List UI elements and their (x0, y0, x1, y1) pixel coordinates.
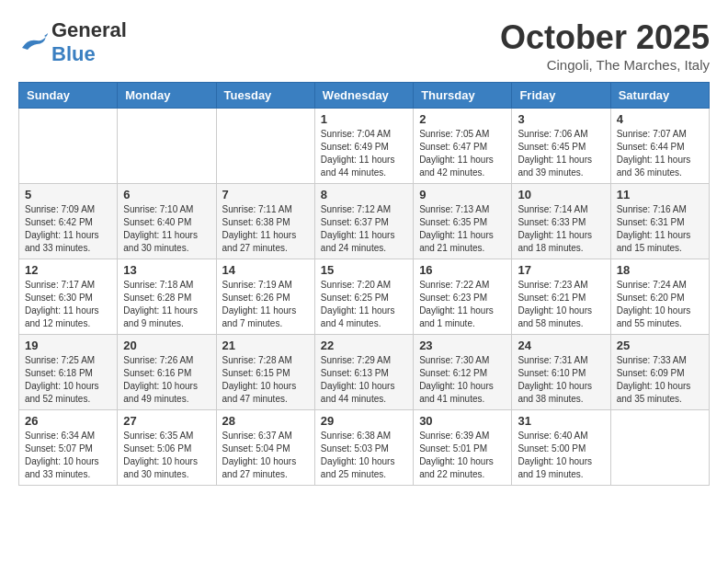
day-info: Sunrise: 7:06 AM Sunset: 6:45 PM Dayligh… (518, 128, 604, 179)
day-number: 17 (518, 263, 604, 277)
day-info: Sunrise: 6:34 AM Sunset: 5:07 PM Dayligh… (25, 430, 111, 481)
calendar-header-row: SundayMondayTuesdayWednesdayThursdayFrid… (19, 83, 710, 109)
calendar-cell: 30Sunrise: 6:39 AM Sunset: 5:01 PM Dayli… (414, 410, 512, 486)
day-number: 5 (25, 188, 111, 201)
month-title: October 2025 (500, 18, 710, 57)
calendar-cell: 27Sunrise: 6:35 AM Sunset: 5:06 PM Dayli… (118, 410, 216, 486)
day-info: Sunrise: 7:10 AM Sunset: 6:40 PM Dayligh… (123, 203, 210, 255)
day-number: 25 (617, 339, 703, 352)
calendar-cell: 31Sunrise: 6:40 AM Sunset: 5:00 PM Dayli… (512, 410, 610, 486)
day-info: Sunrise: 7:05 AM Sunset: 6:47 PM Dayligh… (419, 128, 506, 179)
calendar-cell: 24Sunrise: 7:31 AM Sunset: 6:10 PM Dayli… (512, 335, 610, 410)
logo: General Blue (18, 18, 127, 66)
calendar-cell: 1Sunrise: 7:04 AM Sunset: 6:49 PM Daylig… (314, 109, 413, 184)
day-number: 22 (321, 339, 407, 352)
day-info: Sunrise: 7:09 AM Sunset: 6:42 PM Dayligh… (25, 203, 111, 255)
day-info: Sunrise: 7:07 AM Sunset: 6:44 PM Dayligh… (617, 128, 703, 179)
calendar-week-row: 26Sunrise: 6:34 AM Sunset: 5:07 PM Dayli… (19, 410, 710, 486)
calendar-cell: 12Sunrise: 7:17 AM Sunset: 6:30 PM Dayli… (19, 259, 118, 335)
day-info: Sunrise: 6:40 AM Sunset: 5:00 PM Dayligh… (518, 430, 604, 481)
calendar-cell: 16Sunrise: 7:22 AM Sunset: 6:23 PM Dayli… (414, 259, 512, 335)
day-info: Sunrise: 7:25 AM Sunset: 6:18 PM Dayligh… (25, 354, 111, 406)
day-info: Sunrise: 7:04 AM Sunset: 6:49 PM Dayligh… (321, 128, 407, 179)
day-info: Sunrise: 6:37 AM Sunset: 5:04 PM Dayligh… (222, 430, 309, 481)
day-info: Sunrise: 7:23 AM Sunset: 6:21 PM Dayligh… (518, 279, 604, 330)
day-number: 16 (419, 263, 506, 277)
calendar-cell: 20Sunrise: 7:26 AM Sunset: 6:16 PM Dayli… (118, 335, 216, 410)
day-info: Sunrise: 7:24 AM Sunset: 6:20 PM Dayligh… (617, 279, 703, 330)
weekday-header: Wednesday (314, 83, 413, 109)
logo-general: General (51, 18, 127, 41)
calendar-cell: 21Sunrise: 7:28 AM Sunset: 6:15 PM Dayli… (216, 335, 314, 410)
calendar-cell: 26Sunrise: 6:34 AM Sunset: 5:07 PM Dayli… (19, 410, 118, 486)
day-info: Sunrise: 7:16 AM Sunset: 6:31 PM Dayligh… (617, 203, 703, 255)
day-number: 4 (617, 112, 703, 126)
day-info: Sunrise: 7:29 AM Sunset: 6:13 PM Dayligh… (321, 354, 407, 406)
calendar-cell (216, 109, 314, 184)
day-number: 11 (617, 188, 703, 201)
day-number: 23 (419, 339, 506, 352)
day-number: 29 (321, 414, 407, 428)
calendar-cell: 19Sunrise: 7:25 AM Sunset: 6:18 PM Dayli… (19, 335, 118, 410)
day-number: 14 (222, 263, 309, 277)
calendar-week-row: 5Sunrise: 7:09 AM Sunset: 6:42 PM Daylig… (19, 184, 710, 259)
day-number: 28 (222, 414, 309, 428)
day-info: Sunrise: 6:38 AM Sunset: 5:03 PM Dayligh… (321, 430, 407, 481)
page-header: General Blue October 2025 Cingoli, The M… (18, 18, 710, 73)
calendar-cell: 6Sunrise: 7:10 AM Sunset: 6:40 PM Daylig… (118, 184, 216, 259)
day-number: 19 (25, 339, 111, 352)
calendar-cell: 23Sunrise: 7:30 AM Sunset: 6:12 PM Dayli… (414, 335, 512, 410)
calendar-cell: 15Sunrise: 7:20 AM Sunset: 6:25 PM Dayli… (314, 259, 413, 335)
weekday-header: Sunday (19, 83, 118, 109)
day-number: 15 (321, 263, 407, 277)
calendar-cell: 5Sunrise: 7:09 AM Sunset: 6:42 PM Daylig… (19, 184, 118, 259)
day-info: Sunrise: 7:33 AM Sunset: 6:09 PM Dayligh… (617, 354, 703, 406)
day-number: 20 (123, 339, 210, 352)
day-info: Sunrise: 6:39 AM Sunset: 5:01 PM Dayligh… (419, 430, 506, 481)
day-number: 7 (222, 188, 309, 201)
calendar-cell (118, 109, 216, 184)
calendar-week-row: 12Sunrise: 7:17 AM Sunset: 6:30 PM Dayli… (19, 259, 710, 335)
day-number: 26 (25, 414, 111, 428)
calendar-cell: 29Sunrise: 6:38 AM Sunset: 5:03 PM Dayli… (314, 410, 413, 486)
day-info: Sunrise: 6:35 AM Sunset: 5:06 PM Dayligh… (123, 430, 210, 481)
day-number: 12 (25, 263, 111, 277)
calendar-cell: 17Sunrise: 7:23 AM Sunset: 6:21 PM Dayli… (512, 259, 610, 335)
day-info: Sunrise: 7:13 AM Sunset: 6:35 PM Dayligh… (419, 203, 506, 255)
day-info: Sunrise: 7:22 AM Sunset: 6:23 PM Dayligh… (419, 279, 506, 330)
weekday-header: Thursday (414, 83, 512, 109)
weekday-header: Monday (118, 83, 216, 109)
calendar-table: SundayMondayTuesdayWednesdayThursdayFrid… (18, 82, 710, 486)
day-number: 2 (419, 112, 506, 126)
day-number: 31 (518, 414, 604, 428)
calendar-week-row: 1Sunrise: 7:04 AM Sunset: 6:49 PM Daylig… (19, 109, 710, 184)
day-number: 6 (123, 188, 210, 201)
calendar-cell: 28Sunrise: 6:37 AM Sunset: 5:04 PM Dayli… (216, 410, 314, 486)
day-info: Sunrise: 7:28 AM Sunset: 6:15 PM Dayligh… (222, 354, 309, 406)
calendar-cell: 14Sunrise: 7:19 AM Sunset: 6:26 PM Dayli… (216, 259, 314, 335)
day-number: 13 (123, 263, 210, 277)
calendar-cell: 13Sunrise: 7:18 AM Sunset: 6:28 PM Dayli… (118, 259, 216, 335)
calendar-cell: 22Sunrise: 7:29 AM Sunset: 6:13 PM Dayli… (314, 335, 413, 410)
day-info: Sunrise: 7:19 AM Sunset: 6:26 PM Dayligh… (222, 279, 309, 330)
calendar-cell (610, 410, 709, 486)
calendar-cell: 11Sunrise: 7:16 AM Sunset: 6:31 PM Dayli… (610, 184, 709, 259)
day-info: Sunrise: 7:20 AM Sunset: 6:25 PM Dayligh… (321, 279, 407, 330)
day-number: 24 (518, 339, 604, 352)
logo-bird-icon (18, 31, 48, 53)
weekday-header: Friday (512, 83, 610, 109)
day-number: 9 (419, 188, 506, 201)
day-info: Sunrise: 7:14 AM Sunset: 6:33 PM Dayligh… (518, 203, 604, 255)
day-info: Sunrise: 7:12 AM Sunset: 6:37 PM Dayligh… (321, 203, 407, 255)
location: Cingoli, The Marches, Italy (500, 57, 710, 73)
day-info: Sunrise: 7:26 AM Sunset: 6:16 PM Dayligh… (123, 354, 210, 406)
calendar-cell: 8Sunrise: 7:12 AM Sunset: 6:37 PM Daylig… (314, 184, 413, 259)
day-info: Sunrise: 7:18 AM Sunset: 6:28 PM Dayligh… (123, 279, 210, 330)
calendar-cell: 7Sunrise: 7:11 AM Sunset: 6:38 PM Daylig… (216, 184, 314, 259)
calendar-week-row: 19Sunrise: 7:25 AM Sunset: 6:18 PM Dayli… (19, 335, 710, 410)
day-number: 21 (222, 339, 309, 352)
day-info: Sunrise: 7:11 AM Sunset: 6:38 PM Dayligh… (222, 203, 309, 255)
calendar-cell: 10Sunrise: 7:14 AM Sunset: 6:33 PM Dayli… (512, 184, 610, 259)
calendar-cell: 25Sunrise: 7:33 AM Sunset: 6:09 PM Dayli… (610, 335, 709, 410)
day-info: Sunrise: 7:31 AM Sunset: 6:10 PM Dayligh… (518, 354, 604, 406)
